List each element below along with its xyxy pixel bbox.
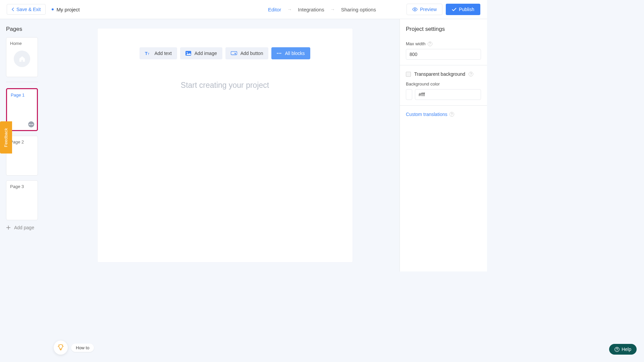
preview-button[interactable]: Preview — [407, 4, 442, 15]
bg-color-input[interactable] — [415, 89, 481, 100]
nav-integrations[interactable]: Integrations — [298, 7, 324, 12]
home-icon — [14, 51, 30, 67]
settings-panel: Project settings Max width ? Transparent… — [399, 19, 487, 272]
all-blocks-label: All blocks — [285, 51, 305, 56]
add-page-label: Add page — [14, 225, 34, 230]
divider — [6, 82, 38, 82]
chevron-right-icon: → — [330, 7, 335, 12]
svg-point-0 — [414, 9, 416, 10]
feedback-label: Feedback — [4, 128, 9, 147]
button-icon — [231, 51, 237, 55]
settings-title: Project settings — [406, 26, 481, 33]
dots-icon — [277, 53, 281, 54]
all-blocks-button[interactable]: All blocks — [271, 47, 310, 59]
svg-text:T: T — [145, 51, 148, 56]
pages-title: Pages — [6, 26, 44, 33]
check-icon — [452, 8, 457, 11]
page-thumb-home[interactable]: Home — [6, 37, 38, 77]
max-width-input[interactable] — [406, 49, 481, 60]
page-label: Page 2 — [10, 139, 34, 144]
bg-color-label: Background color — [406, 81, 440, 86]
block-toolbar: TT Add text Add image Add button All blo… — [140, 47, 310, 59]
top-header: Save & Exit My project Editor → Integrat… — [0, 0, 487, 19]
unsaved-dot-icon — [52, 8, 54, 10]
transparent-bg-label: Transparent background — [414, 71, 465, 77]
chevron-left-icon — [12, 7, 14, 11]
svg-rect-5 — [231, 52, 237, 55]
svg-text:T: T — [148, 52, 150, 56]
bg-color-swatch[interactable] — [406, 89, 412, 100]
feedback-tab[interactable]: Feedback — [0, 121, 12, 154]
max-width-field: Max width ? — [406, 41, 481, 60]
add-text-label: Add text — [154, 51, 171, 56]
nav-editor[interactable]: Editor — [268, 7, 281, 12]
publish-button[interactable]: Publish — [446, 4, 480, 15]
project-name[interactable]: My project — [52, 7, 79, 12]
add-image-button[interactable]: Add image — [180, 47, 222, 59]
page-options-icon[interactable]: ••• — [28, 121, 34, 127]
custom-translations-label: Custom translations — [406, 112, 447, 117]
help-icon[interactable]: ? — [449, 112, 454, 117]
svg-point-6 — [277, 53, 278, 54]
add-page-button[interactable]: Add page — [6, 225, 44, 230]
image-icon — [185, 51, 191, 56]
plus-icon — [6, 225, 11, 230]
svg-point-8 — [280, 53, 281, 54]
save-exit-button[interactable]: Save & Exit — [7, 4, 46, 15]
header-nav: Editor → Integrations → Sharing options — [268, 7, 376, 12]
add-button-button[interactable]: Add button — [225, 47, 269, 59]
canvas-area: TT Add text Add image Add button All blo… — [50, 19, 399, 272]
add-button-label: Add button — [240, 51, 263, 56]
project-name-text: My project — [56, 7, 79, 12]
custom-translations-link[interactable]: Custom translations ? — [406, 112, 481, 117]
nav-sharing[interactable]: Sharing options — [341, 7, 376, 12]
page-label: Home — [10, 41, 22, 46]
max-width-label: Max width — [406, 41, 426, 46]
canvas[interactable]: TT Add text Add image Add button All blo… — [98, 28, 353, 262]
header-right: Preview Publish — [407, 4, 480, 15]
help-icon[interactable]: ? — [428, 42, 432, 46]
svg-point-4 — [186, 52, 187, 53]
help-icon[interactable]: ? — [469, 72, 473, 76]
bg-color-field: Background color — [406, 81, 481, 100]
header-left: Save & Exit My project — [7, 4, 80, 15]
page-label: Page 1 — [11, 93, 33, 98]
text-icon: TT — [145, 51, 151, 56]
chevron-right-icon: → — [287, 7, 292, 12]
divider — [400, 65, 487, 65]
transparent-bg-row[interactable]: Transparent background ? — [406, 71, 481, 77]
add-image-label: Add image — [195, 51, 217, 56]
divider — [400, 105, 487, 106]
save-exit-label: Save & Exit — [16, 7, 41, 12]
add-text-button[interactable]: TT Add text — [140, 47, 177, 59]
svg-point-7 — [279, 53, 280, 54]
page-label: Page 3 — [10, 184, 34, 189]
eye-icon — [412, 7, 418, 11]
page-thumb-3[interactable]: Page 3 — [6, 180, 38, 220]
preview-label: Preview — [420, 7, 437, 12]
canvas-placeholder: Start creating your project — [181, 81, 269, 90]
publish-label: Publish — [459, 7, 474, 12]
transparent-bg-checkbox[interactable] — [406, 72, 411, 77]
